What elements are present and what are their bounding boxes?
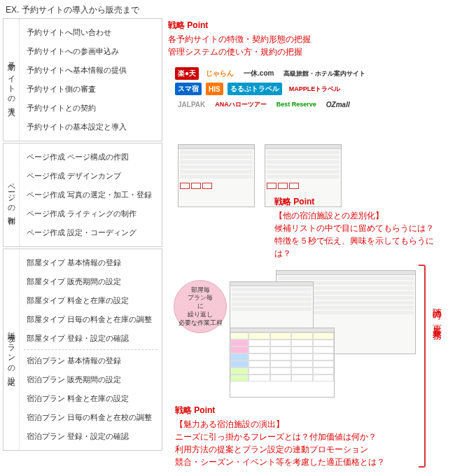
section-label-plan: 販売プランの設定	[4, 249, 19, 450]
section-label-page: ページの制作	[4, 144, 19, 246]
screenshot-table-mock	[230, 328, 335, 398]
point-label: 戦略 Point	[168, 20, 448, 31]
point-label: 戦略 Point	[175, 405, 441, 416]
point-line: 管理システムの使い方・規約の把握	[168, 46, 448, 58]
logo-bestreserve: Best Reserve	[274, 98, 319, 111]
list-item: 予約サイトへ問い合わせ	[24, 23, 158, 42]
logo-mapple: MAPPLEトラベル	[286, 83, 344, 95]
screenshot-mock	[178, 144, 255, 207]
logo-rurubu: るるぶトラベル	[227, 83, 282, 95]
list-item: ページ作成 ページ構成の作図	[24, 148, 158, 167]
point-line: 競合・シーズン・イベント等を考慮した適正価格とは？	[175, 456, 441, 468]
logo-sumafu: スマ宿	[175, 83, 202, 95]
logo-rakuten: 楽●天	[175, 67, 199, 80]
list-item: ページ作成 設定・コーディング	[24, 223, 158, 242]
section-label-intro: 予約サイトの導入	[4, 19, 19, 141]
point-line: 各予約サイトの特徴・契約形態の把握	[168, 33, 448, 46]
strategy-point-2: 戦略 Point 【他の宿泊施設との差別化】 候補リストの中で目に留めてもらうに…	[274, 196, 449, 260]
point-line: ニーズに引っ掛かるフレーズとは？付加価値は何か？	[175, 430, 441, 443]
point-subtitle: 【魅力ある宿泊施設の演出】	[175, 418, 441, 430]
point-line: 候補リストの中で目に留めてもらうには？	[274, 222, 449, 234]
list-item: 予約サイトの基本設定と導入	[24, 118, 158, 136]
ongoing-updates-label: 随時の更新業務	[430, 301, 443, 326]
list-item: 宿泊プラン 基本情報の登録	[24, 351, 158, 370]
list-item: 予約サイト側の審査	[24, 80, 158, 99]
logo-jalan: じゃらん	[203, 67, 237, 80]
logo-luxury: 高級旅館・ホテル案内サイト	[281, 67, 368, 80]
list-item: ページ作成 写真の選定・加工・登録	[24, 186, 158, 204]
list-item: 部屋タイプ 日毎の料金と在庫の調整	[24, 310, 158, 329]
list-item: 宿泊プラン 日毎の料金と在校の調整	[24, 408, 158, 427]
list-item: 部屋タイプ 登録・設定の確認	[24, 329, 158, 348]
list-item: 部屋タイプ 料金と在庫の設定	[24, 291, 158, 310]
strategy-point-3: 戦略 Point 【魅力ある宿泊施設の演出】 ニーズに引っ掛かるフレーズとは？付…	[175, 405, 441, 468]
list-item: ページ作成 ライティングの制作	[24, 204, 158, 223]
logo-his: HIS	[206, 83, 223, 95]
list-item: 予約サイトへの参画申込み	[24, 42, 158, 61]
list-item: 予約サイトとの契約	[24, 99, 158, 118]
repeat-badge-text: 部屋毎 プラン毎 に 繰り返し 必要な作業工程	[178, 286, 223, 327]
point-line: 利用方法の提案とプラン設定の連動プロモーション	[175, 443, 441, 456]
section-page: ページの制作 ページ作成 ページ構成の作図 ページ作成 デザインカンプ ページ作…	[3, 143, 162, 247]
list-item: 部屋タイプ 販売期間の設定	[24, 272, 158, 291]
divider	[24, 349, 158, 350]
list-item: 宿泊プラン 登録・設定の確認	[24, 427, 158, 446]
list-item: ページ作成 デザインカンプ	[24, 167, 158, 186]
page-title: EX. 予約サイトの導入から販売まで	[6, 4, 139, 16]
logo-ana: ANAハローツアー	[212, 98, 270, 111]
point-label: 戦略 Point	[274, 196, 449, 208]
point-subtitle: 【他の宿泊施設との差別化】	[274, 209, 449, 222]
logo-ozmall: OZmall	[323, 98, 353, 111]
section-intro: 予約サイトの導入 予約サイトへ問い合わせ 予約サイトへの参画申込み 予約サイトへ…	[3, 18, 162, 141]
logo-ikyu: 一休.com	[241, 67, 276, 80]
logo-grid: 楽●天 じゃらん 一休.com 高級旅館・ホテル案内サイト スマ宿 HIS るる…	[175, 67, 441, 113]
list-item: 部屋タイプ 基本情報の登録	[24, 253, 158, 272]
list-item: 予約サイトへ基本情報の提供	[24, 61, 158, 80]
bracket-icon	[419, 265, 426, 468]
section-plan: 販売プランの設定 部屋タイプ 基本情報の登録 部屋タイプ 販売期間の設定 部屋タ…	[3, 248, 162, 451]
list-item: 宿泊プラン 料金と在庫の設定	[24, 389, 158, 408]
logo-jalpak: JALPAK	[175, 98, 208, 111]
point-line: 特徴を５秒で伝え、興味を示してもらうには？	[274, 234, 449, 260]
list-item: 宿泊プラン 販売期間の設定	[24, 370, 158, 389]
repeat-badge: 部屋毎 プラン毎 に 繰り返し 必要な作業工程	[174, 280, 227, 333]
strategy-point-1: 戦略 Point 各予約サイトの特徴・契約形態の把握 管理システムの使い方・規約…	[168, 20, 448, 58]
